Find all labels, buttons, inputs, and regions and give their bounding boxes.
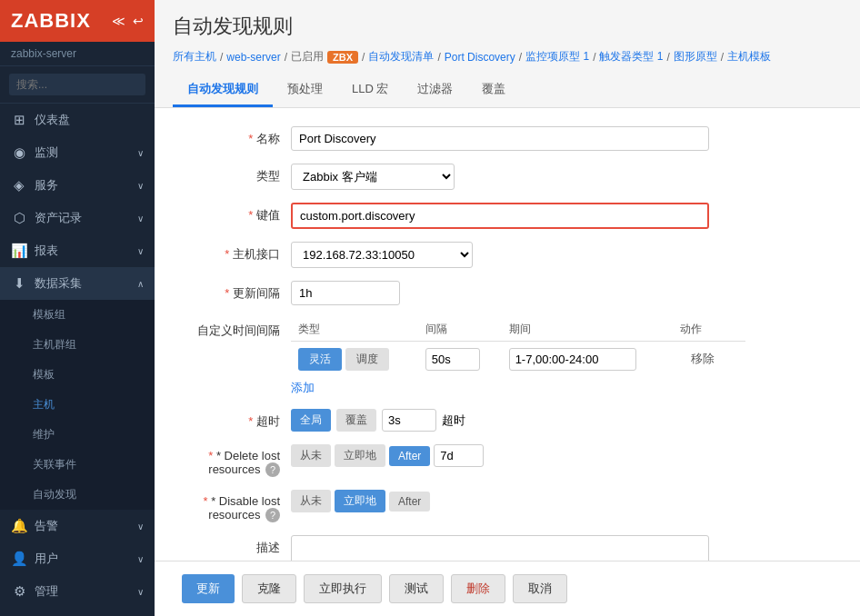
action-bar: 更新 克隆 立即执行 测试 删除 取消 [155, 561, 860, 616]
sidebar-label-services: 服务 [35, 177, 130, 194]
test-button[interactable]: 测试 [389, 574, 444, 603]
sidebar-label-hosts: 主机 [33, 397, 55, 412]
update-button[interactable]: 更新 [182, 574, 235, 603]
delete-immediately-btn[interactable]: 立即地 [335, 444, 385, 467]
sidebar-label-assets: 资产记录 [35, 210, 130, 226]
return-icon[interactable]: ↩ [133, 14, 144, 28]
breadcrumb-all-hosts[interactable]: 所有主机 [173, 49, 216, 65]
collapse-icon[interactable]: ≪ [112, 14, 125, 28]
sidebar-label-reports: 报表 [35, 243, 130, 259]
tab-lld-macros[interactable]: LLD 宏 [337, 74, 403, 107]
clone-button[interactable]: 克隆 [242, 574, 296, 603]
delete-info-icon[interactable]: ? [265, 462, 280, 477]
remove-btn[interactable]: 移除 [680, 347, 725, 371]
tab-filters[interactable]: 过滤器 [403, 74, 467, 107]
breadcrumb-sep-8: / [721, 51, 724, 64]
logo-text: ZABBIX [11, 9, 91, 33]
search-input[interactable] [9, 74, 145, 95]
sidebar-item-template-groups[interactable]: 模板组 [0, 300, 155, 330]
disable-immediately-btn[interactable]: 立即地 [335, 490, 385, 512]
breadcrumb-host-template[interactable]: 主机模板 [727, 49, 771, 65]
schedule-btn[interactable]: 调度 [345, 348, 389, 371]
cancel-button[interactable]: 取消 [513, 574, 567, 603]
interface-select[interactable]: 192.168.72.33:10050 [291, 242, 473, 268]
sidebar-item-users[interactable]: 👤 用户 ∨ [0, 542, 155, 575]
name-input[interactable] [291, 126, 709, 151]
sidebar-label-alerts: 告警 [35, 518, 130, 534]
breadcrumb-enabled: 已启用 [291, 49, 324, 65]
execute-button[interactable]: 立即执行 [304, 574, 382, 603]
sidebar-item-host-groups[interactable]: 主机群组 [0, 330, 155, 360]
interval-type-cell: 灵活 调度 [291, 342, 418, 377]
logo-icons: ≪ ↩ [112, 14, 144, 28]
add-interval-link[interactable]: 添加 [291, 380, 315, 396]
sidebar-item-related-events[interactable]: 关联事件 [0, 450, 155, 480]
sidebar-label-monitoring: 监测 [35, 144, 130, 161]
name-required-star: * [248, 132, 253, 145]
server-name: zabbix-server [0, 42, 155, 66]
global-btn[interactable]: 全局 [291, 409, 331, 432]
breadcrumb-trigger-type[interactable]: 触发器类型 1 [599, 49, 663, 65]
disable-info-icon[interactable]: ? [265, 508, 280, 522]
sidebar-item-admin[interactable]: ⚙ 管理 ∨ [0, 575, 155, 608]
sidebar-item-hosts[interactable]: 主机 [0, 390, 155, 420]
col-interval: 间隔 [418, 318, 502, 342]
breadcrumb-sep-6: / [593, 51, 595, 64]
search-area [0, 66, 155, 104]
breadcrumb-port-discovery[interactable]: Port Discovery [445, 51, 515, 64]
sidebar-item-reports[interactable]: 📊 报表 ∨ [0, 234, 155, 267]
admin-icon: ⚙ [11, 583, 27, 600]
sidebar-item-monitoring[interactable]: ◉ 监测 ∨ [0, 136, 155, 169]
disable-after-btn[interactable]: After [389, 492, 430, 512]
override-btn[interactable]: 覆盖 [336, 409, 376, 432]
interval-period-cell [502, 342, 674, 377]
update-interval-input[interactable] [291, 281, 400, 305]
sidebar-item-maintenance[interactable]: 维护 [0, 420, 155, 450]
flexible-btn[interactable]: 灵活 [298, 348, 342, 371]
sidebar-label-auto-discovery: 自动发现 [33, 487, 76, 502]
chevron-down-icon: ∨ [137, 148, 144, 158]
interval-table-wrapper: 类型 间隔 期间 动作 灵活 调度 [291, 318, 745, 396]
breadcrumb-sep-1: / [220, 51, 223, 64]
key-input-wrapper [291, 203, 709, 229]
tabs: 自动发现规则 预处理 LLD 宏 过滤器 覆盖 [173, 74, 842, 107]
interval-input[interactable] [425, 348, 480, 371]
delete-after-btn[interactable]: After [389, 446, 430, 466]
period-input[interactable] [509, 348, 636, 371]
sidebar-label-host-groups: 主机群组 [33, 337, 76, 353]
tab-preprocessing[interactable]: 预处理 [273, 74, 337, 107]
sidebar-item-alerts[interactable]: 🔔 告警 ∨ [0, 510, 155, 542]
chevron-down-icon-7: ∨ [137, 587, 144, 597]
sidebar-item-assets[interactable]: ⬡ 资产记录 ∨ [0, 202, 155, 234]
timeout-input[interactable] [382, 409, 436, 432]
breadcrumb-graph-proto[interactable]: 图形原型 [674, 49, 717, 65]
key-label: * 键值 [182, 203, 291, 224]
delete-never-btn[interactable]: 从未 [291, 444, 331, 467]
sidebar-item-templates[interactable]: 模板 [0, 360, 155, 390]
description-textarea[interactable] [291, 535, 709, 561]
col-action: 动作 [673, 318, 745, 342]
tab-auto-discovery-rule[interactable]: 自动发现规则 [173, 74, 273, 107]
custom-interval-control: 类型 间隔 期间 动作 灵活 调度 [291, 318, 764, 396]
sidebar-item-services[interactable]: ◈ 服务 ∨ [0, 169, 155, 202]
sidebar-label-admin: 管理 [35, 583, 130, 600]
breadcrumb-monitor-proto[interactable]: 监控项原型 1 [525, 49, 589, 65]
delete-button[interactable]: 删除 [451, 574, 505, 603]
tab-overrides[interactable]: 覆盖 [467, 74, 520, 107]
reports-icon: 📊 [11, 243, 27, 259]
sidebar-label-dashboard: 仪表盘 [35, 112, 144, 128]
delete-after-input[interactable] [434, 444, 484, 467]
sidebar-item-data-collection[interactable]: ⬇ 数据采集 ∧ [0, 267, 155, 300]
sidebar-item-auto-discovery[interactable]: 自动发现 [0, 480, 155, 510]
key-input[interactable] [293, 204, 707, 227]
chevron-down-icon-3: ∨ [137, 214, 144, 224]
table-row: 灵活 调度 移除 [291, 342, 745, 377]
disable-never-btn[interactable]: 从未 [291, 490, 331, 512]
breadcrumb-discovery-list[interactable]: 自动发现清单 [368, 49, 434, 65]
type-select[interactable]: Zabbix 客户端 Zabbix 客户端(主动式) SNMP HTTP [291, 164, 455, 190]
breadcrumb-sep-4: / [437, 51, 440, 64]
sidebar-item-dashboard[interactable]: ⊞ 仪表盘 [0, 104, 155, 136]
form-area: * 名称 类型 Zabbix 客户端 Zabbix 客户端(主动式) SNMP … [155, 108, 860, 561]
breadcrumb-web-server[interactable]: web-server [226, 51, 280, 64]
services-icon: ◈ [11, 177, 27, 194]
